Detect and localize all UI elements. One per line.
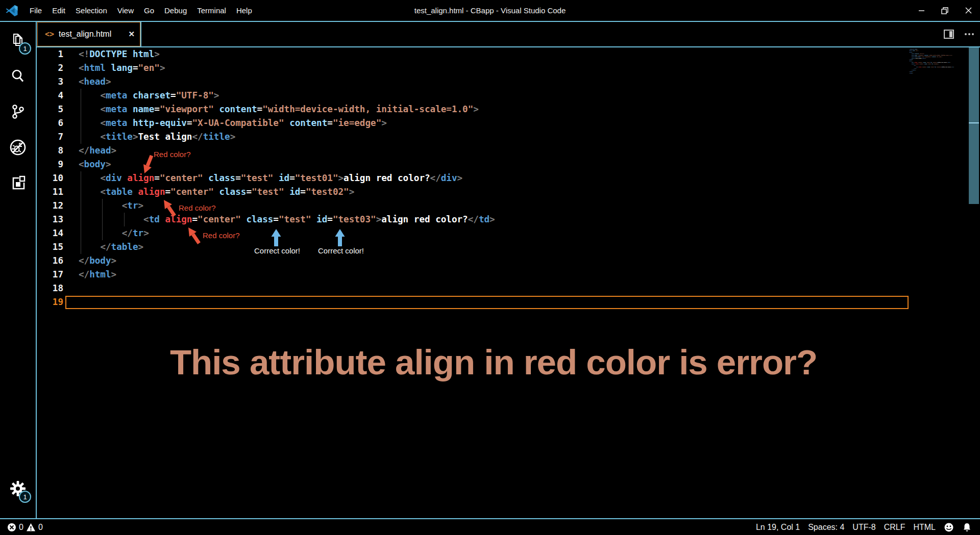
code-line-16[interactable]: 16</body> [37,254,980,268]
language-mode[interactable]: HTML [909,519,940,535]
scrollbar-slider[interactable] [969,47,979,204]
code-line-7[interactable]: 7 <title>Test align</title> [37,130,980,144]
code-line-9[interactable]: 9<body> [37,158,980,171]
correct-color-annotation: Correct color! [315,246,366,255]
sidebar-item-extensions[interactable] [6,171,30,195]
gutter-decorations [64,61,79,75]
line-number[interactable]: 16 [37,254,64,268]
close-window-button[interactable] [957,0,980,21]
overlay-question-text: This attribute align in red color is err… [37,342,950,383]
line-content: <td align="center" class="test" id="test… [79,213,495,226]
source-control-icon [9,103,27,120]
debug-disabled-icon [9,138,27,157]
minimize-button[interactable] [910,0,933,21]
more-actions-icon[interactable] [964,29,975,40]
menu-selection[interactable]: Selection [70,0,112,21]
line-content: </head> [79,144,116,158]
menu-help[interactable]: Help [231,0,257,21]
code-line-18[interactable]: 18 [37,282,980,295]
gutter-decorations [64,295,79,309]
tab-close-icon[interactable]: ✕ [128,30,135,39]
code-editor[interactable]: 1<!DOCTYPE html>2<html lang="en">3<head>… [37,47,980,518]
restore-button[interactable] [933,0,957,21]
line-number[interactable]: 5 [37,103,64,116]
line-number[interactable]: 17 [37,268,64,282]
code-line-10[interactable]: 10 <div align="center" class="test" id="… [37,171,980,185]
eol-setting[interactable]: CRLF [880,519,910,535]
code-line-13[interactable]: 13 <td align="center" class="test" id="t… [37,213,980,226]
menu-bar: FileEditSelectionViewGoDebugTerminalHelp [24,0,257,21]
activity-bar: 1 [0,22,37,518]
cursor-position[interactable]: Ln 19, Col 1 [752,519,804,535]
manage-gear[interactable]: 1 [6,476,30,501]
code-line-11[interactable]: 11 <table align="center" class="test" id… [37,185,980,199]
line-number[interactable]: 14 [37,226,64,240]
gutter-decorations [64,171,79,185]
line-number[interactable]: 13 [37,213,64,226]
menu-edit[interactable]: Edit [47,0,70,21]
code-area: 1<!DOCTYPE html>2<html lang="en">3<head>… [37,47,980,309]
menu-go[interactable]: Go [139,0,159,21]
indent-guide [81,185,81,199]
line-number[interactable]: 15 [37,240,64,254]
line-number[interactable]: 3 [37,75,64,89]
gutter-decorations [64,199,79,213]
line-content: <body> [79,158,111,171]
line-number[interactable]: 19 [37,295,64,309]
split-editor-icon[interactable] [943,29,954,40]
notifications[interactable] [958,519,976,535]
minimap[interactable]: <!DOCTYPE html><html lang="en"><head> <m… [909,48,968,150]
tab-label: test_align.html [59,30,124,39]
line-number[interactable]: 10 [37,171,64,185]
menu-file[interactable]: File [24,0,47,21]
line-number[interactable]: 2 [37,61,64,75]
line-content: <meta charset="UTF-8"> [79,89,219,103]
code-line-17[interactable]: 17</html> [37,268,980,282]
menu-debug[interactable]: Debug [159,0,192,21]
line-number[interactable]: 4 [37,89,64,103]
code-line-14[interactable]: 14 </tr> [37,226,980,240]
code-line-3[interactable]: 3<head> [37,75,980,89]
line-content: <tr> [79,199,143,213]
gutter-decorations [64,130,79,144]
sidebar-item-debug[interactable] [6,135,30,160]
indent-guide [102,226,103,240]
code-line-19[interactable]: 19 [37,295,980,309]
code-line-15[interactable]: 15 </table> [37,240,980,254]
line-number[interactable]: 12 [37,199,64,213]
sidebar-item-search[interactable] [6,64,30,88]
vscode-logo-icon [5,4,18,17]
line-number[interactable]: 11 [37,185,64,199]
manage-badge: 1 [19,491,31,503]
gutter-decorations [64,158,79,171]
vertical-scrollbar[interactable] [969,47,979,518]
gutter-decorations [64,103,79,116]
line-content: <title>Test align</title> [79,130,235,144]
code-line-4[interactable]: 4 <meta charset="UTF-8"> [37,89,980,103]
code-line-6[interactable]: 6 <meta http-equiv="X-UA-Compatible" con… [37,116,980,130]
indent-guide [81,171,81,185]
encoding-setting[interactable]: UTF-8 [848,519,879,535]
indent-guide [124,213,125,226]
indentation-setting[interactable]: Spaces: 4 [804,519,848,535]
sidebar-item-source-control[interactable] [6,99,30,124]
menu-terminal[interactable]: Terminal [192,0,231,21]
menu-view[interactable]: View [112,0,139,21]
line-number[interactable]: 8 [37,144,64,158]
line-number[interactable]: 6 [37,116,64,130]
tab-test-align-html[interactable]: <> test_align.html ✕ [37,22,140,46]
sidebar-item-explorer[interactable]: 1 [6,28,30,53]
problems-indicator[interactable]: 0 0 [3,519,47,535]
warnings-count: 0 [38,523,43,532]
code-line-5[interactable]: 5 <meta name="viewport" content="width=d… [37,103,980,116]
line-number[interactable]: 18 [37,282,64,295]
red-color-annotation: Red color? [203,231,240,240]
line-number[interactable]: 7 [37,130,64,144]
line-number[interactable]: 1 [37,47,64,61]
code-line-1[interactable]: 1<!DOCTYPE html> [37,47,980,61]
gutter-decorations [64,213,79,226]
code-line-2[interactable]: 2<html lang="en"> [37,61,980,75]
line-number[interactable]: 9 [37,158,64,171]
indent-guide [81,116,81,130]
feedback-smiley[interactable] [940,519,958,535]
